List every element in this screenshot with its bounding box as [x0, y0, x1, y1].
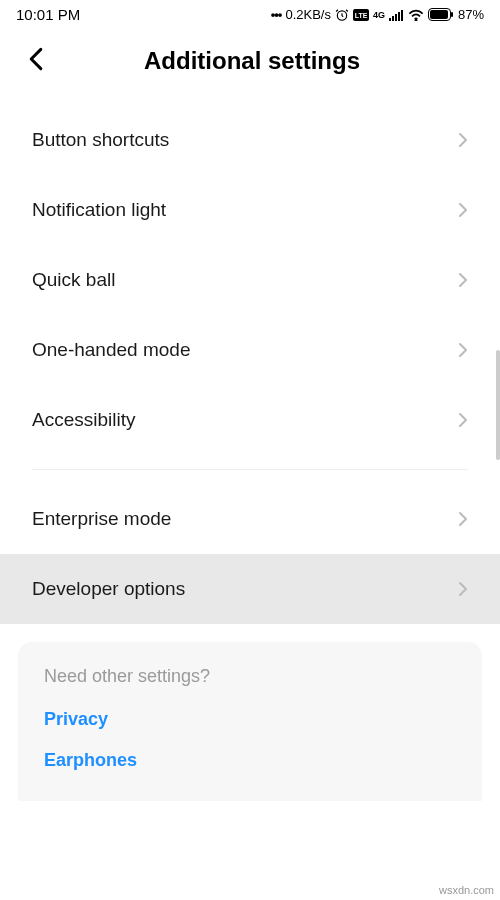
status-time: 10:01 PM	[16, 6, 80, 23]
setting-label: Developer options	[32, 578, 185, 600]
chevron-right-icon	[458, 412, 468, 428]
page-title: Additional settings	[28, 47, 476, 75]
status-bar: 10:01 PM ••• 0.2KB/s LTE 4G 87%	[0, 0, 500, 27]
setting-enterprise-mode[interactable]: Enterprise mode	[0, 484, 500, 554]
back-button[interactable]	[28, 47, 44, 75]
svg-rect-6	[398, 12, 400, 21]
more-icon: •••	[271, 7, 282, 22]
svg-rect-7	[401, 10, 403, 21]
volte-icon: LTE	[353, 9, 369, 21]
battery-percent: 87%	[458, 7, 484, 22]
footer-card: Need other settings? Privacy Earphones	[18, 642, 482, 801]
divider	[32, 469, 468, 470]
setting-accessibility[interactable]: Accessibility	[0, 385, 500, 455]
setting-notification-light[interactable]: Notification light	[0, 175, 500, 245]
chevron-right-icon	[458, 272, 468, 288]
chevron-right-icon	[458, 581, 468, 597]
footer-link-earphones[interactable]: Earphones	[44, 750, 456, 771]
setting-label: Accessibility	[32, 409, 135, 431]
network-speed: 0.2KB/s	[285, 7, 331, 22]
settings-list: Button shortcuts Notification light Quic…	[0, 95, 500, 624]
watermark: wsxdn.com	[439, 884, 494, 896]
chevron-right-icon	[458, 202, 468, 218]
footer-prompt: Need other settings?	[44, 666, 456, 687]
chevron-right-icon	[458, 342, 468, 358]
svg-rect-4	[392, 16, 394, 21]
signal-icon	[389, 9, 404, 21]
setting-developer-options[interactable]: Developer options	[0, 554, 500, 624]
setting-label: One-handed mode	[32, 339, 190, 361]
setting-label: Button shortcuts	[32, 129, 169, 151]
network-4g-icon: 4G	[373, 10, 385, 20]
chevron-right-icon	[458, 511, 468, 527]
svg-rect-10	[430, 10, 448, 19]
svg-rect-11	[451, 12, 453, 17]
chevron-left-icon	[28, 47, 44, 71]
setting-one-handed-mode[interactable]: One-handed mode	[0, 315, 500, 385]
chevron-right-icon	[458, 132, 468, 148]
battery-icon	[428, 8, 454, 21]
wifi-icon	[408, 9, 424, 21]
svg-rect-5	[395, 14, 397, 21]
svg-rect-3	[389, 18, 391, 21]
setting-label: Quick ball	[32, 269, 115, 291]
scrollbar[interactable]	[496, 350, 500, 460]
svg-text:LTE: LTE	[355, 12, 368, 19]
setting-label: Enterprise mode	[32, 508, 171, 530]
setting-label: Notification light	[32, 199, 166, 221]
footer-link-privacy[interactable]: Privacy	[44, 709, 456, 730]
setting-quick-ball[interactable]: Quick ball	[0, 245, 500, 315]
alarm-icon	[335, 8, 349, 22]
header: Additional settings	[0, 27, 500, 95]
status-indicators: ••• 0.2KB/s LTE 4G 87%	[271, 7, 484, 22]
svg-point-8	[415, 19, 416, 20]
setting-button-shortcuts[interactable]: Button shortcuts	[0, 105, 500, 175]
